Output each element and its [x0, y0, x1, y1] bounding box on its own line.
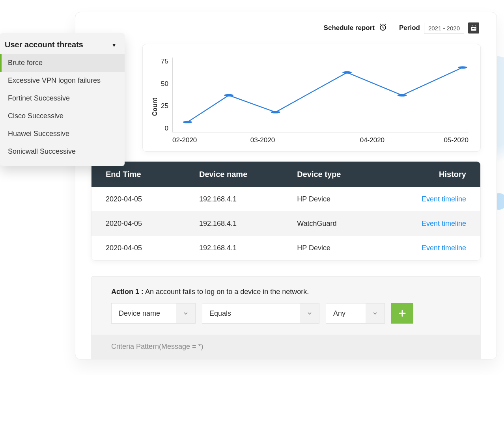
data-point [342, 71, 352, 74]
svg-rect-5 [472, 28, 473, 29]
action-prefix: Action 1 : [111, 288, 144, 296]
chart-panel: Count 7550250 02-202003-202004-202005-20… [142, 44, 481, 152]
event-timeline-link[interactable]: Event timeline [395, 244, 466, 252]
criteria-pattern-bar: Criteria Pattern(Message = *) [91, 335, 480, 359]
table-row: 2020-04-05192.168.4.1HP DeviceEvent time… [91, 187, 480, 211]
report-card: Schedule report Period 2021 - 2020 [75, 12, 497, 359]
sidebar-item[interactable]: Fortinet Successive [0, 89, 125, 107]
cell-device-name: 192.168.4.1 [199, 220, 297, 228]
ytick: 0 [164, 125, 168, 132]
field-select[interactable]: Device name [111, 303, 196, 324]
svg-rect-3 [472, 25, 473, 26]
chart-xaxis: 02-202003-202004-202005-2020 [172, 132, 469, 144]
calendar-button[interactable] [468, 22, 479, 34]
data-point [271, 111, 280, 114]
cell-device-type: HP Device [297, 244, 395, 252]
sidebar-item[interactable]: Brute force [0, 54, 125, 72]
chart-yaxis: 7550250 [161, 58, 172, 132]
data-point [224, 94, 233, 97]
table-header-row: End Time Device name Device type History [91, 162, 480, 187]
alarm-clock-icon [379, 23, 387, 34]
cell-device-type: WatchGuard [297, 220, 395, 228]
th-history: History [395, 170, 466, 179]
data-point [183, 121, 192, 123]
chart-plot [172, 58, 469, 132]
xtick: 05-2020 [427, 136, 469, 144]
period-selector: Period 2021 - 2020 [399, 22, 479, 34]
operator-select[interactable]: Equals [202, 303, 319, 324]
value-select-value: Any [326, 309, 353, 318]
chevron-down-icon: ▼ [111, 42, 117, 48]
threat-category-sidebar: User account threats ▼ Brute forceExcess… [0, 33, 125, 166]
svg-rect-2 [471, 26, 476, 27]
operator-select-value: Equals [202, 309, 238, 318]
data-point [458, 66, 467, 69]
value-select[interactable]: Any [326, 303, 385, 324]
plus-icon [398, 309, 407, 318]
period-label: Period [399, 24, 420, 32]
cell-device-name: 192.168.4.1 [199, 244, 297, 252]
period-value[interactable]: 2021 - 2020 [424, 23, 464, 34]
sidebar-header[interactable]: User account threats ▼ [0, 33, 125, 54]
ytick: 75 [161, 58, 168, 65]
action-panel: Action 1 : An account fails to log on to… [91, 276, 481, 359]
sidebar-item[interactable]: Sonicwall Successive [0, 143, 125, 160]
chart-ylabel: Count [151, 86, 159, 116]
schedule-report-button[interactable]: Schedule report [324, 23, 387, 34]
ytick: 25 [161, 102, 168, 110]
th-end-time: End Time [106, 170, 199, 179]
event-timeline-link[interactable]: Event timeline [395, 195, 466, 203]
th-device-type: Device type [297, 170, 395, 179]
th-device-name: Device name [199, 170, 297, 179]
xtick: 03-2020 [208, 136, 317, 144]
data-point [398, 94, 407, 97]
svg-rect-7 [474, 28, 475, 29]
events-table: End Time Device name Device type History… [91, 161, 481, 261]
calendar-icon [470, 24, 477, 32]
schedule-report-label: Schedule report [324, 24, 375, 32]
sidebar-item[interactable]: Cisco Successive [0, 107, 125, 125]
cell-device-name: 192.168.4.1 [199, 195, 297, 203]
cell-end-time: 2020-04-05 [106, 195, 199, 203]
action-title: Action 1 : An account fails to log on to… [111, 288, 461, 296]
svg-rect-4 [475, 25, 476, 26]
action-description: An account fails to log on to a device i… [145, 288, 309, 296]
field-select-value: Device name [112, 309, 167, 318]
sidebar-item[interactable]: Excessive VPN logon failures [0, 72, 125, 89]
cell-device-type: HP Device [297, 195, 395, 203]
event-timeline-link[interactable]: Event timeline [395, 220, 466, 228]
sidebar-item[interactable]: Huawei Successive [0, 125, 125, 143]
sidebar-title: User account threats [5, 40, 83, 49]
table-row: 2020-04-05192.168.4.1HP DeviceEvent time… [91, 236, 480, 260]
chevron-down-icon [366, 303, 385, 323]
svg-rect-6 [473, 28, 474, 29]
table-row: 2020-04-05192.168.4.1WatchGuardEvent tim… [91, 211, 480, 236]
report-topbar: Schedule report Period 2021 - 2020 [91, 12, 481, 44]
xtick: 04-2020 [317, 136, 427, 144]
cell-end-time: 2020-04-05 [106, 244, 199, 252]
add-criteria-button[interactable] [391, 303, 413, 324]
cell-end-time: 2020-04-05 [106, 220, 199, 228]
chevron-down-icon [300, 303, 319, 323]
chevron-down-icon [176, 303, 195, 323]
ytick: 50 [161, 80, 168, 88]
xtick: 02-2020 [172, 136, 208, 144]
